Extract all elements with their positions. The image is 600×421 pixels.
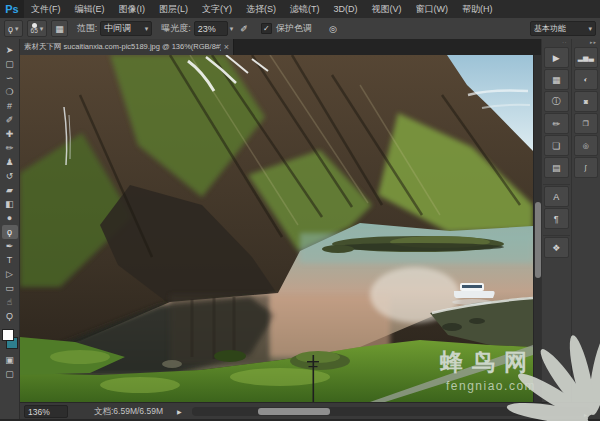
- zoom-tool[interactable]: Ϙ: [2, 309, 18, 323]
- panel-icon-list: ▶▦ⓘ✏❏▤A¶❖: [543, 46, 570, 259]
- menu-item[interactable]: 选择(S): [239, 0, 283, 18]
- menu-item[interactable]: 3D(D): [327, 0, 365, 18]
- character-panel-icon[interactable]: A: [544, 186, 569, 207]
- marquee-tool[interactable]: ▢: [2, 57, 18, 71]
- menu-item[interactable]: 图层(L): [152, 0, 195, 18]
- pressure-toggle-button[interactable]: ◎: [326, 21, 340, 36]
- foreground-color-swatch[interactable]: [2, 329, 14, 341]
- move-tool[interactable]: ➤: [2, 43, 18, 57]
- menu-item[interactable]: 文件(F): [24, 0, 68, 18]
- exposure-value: 23%: [198, 24, 216, 34]
- menu-bar: Ps 文件(F)编辑(E)图像(I)图层(L)文字(Y)选择(S)滤镜(T)3D…: [0, 0, 600, 19]
- dodge-tool[interactable]: ϙ: [2, 225, 18, 239]
- dodge-tool-icon: ϙ: [8, 24, 13, 34]
- histogram-panel-icon[interactable]: ▂▅▃: [574, 47, 599, 68]
- document-tab[interactable]: 素材天下网 sucaitianxia.com-pic5189.jpg @ 136…: [20, 39, 234, 55]
- menu-item[interactable]: 窗口(W): [409, 0, 456, 18]
- blur-tool[interactable]: ●: [2, 211, 18, 225]
- pen-tool[interactable]: ✒: [2, 239, 18, 253]
- brush-tool[interactable]: ✏: [2, 141, 18, 155]
- layers-panel-icon[interactable]: ❐: [574, 113, 599, 134]
- actions-panel-icon[interactable]: ▶: [544, 47, 569, 68]
- menu-item[interactable]: 文字(Y): [195, 0, 239, 18]
- brush-size-value: 65: [31, 28, 38, 34]
- zoom-level-field[interactable]: 136%: [24, 405, 68, 418]
- paragraph-panel-icon[interactable]: ¶: [544, 208, 569, 229]
- clone-source-panel-icon[interactable]: ❏: [544, 135, 569, 156]
- range-label: 范围:: [77, 22, 98, 35]
- zoom-level-value: 136%: [28, 407, 50, 417]
- shape-tool[interactable]: ▭: [2, 281, 18, 295]
- document-size-info: 文档:6.59M/6.59M: [94, 406, 163, 418]
- horizontal-scrollbar[interactable]: ▸: [192, 407, 590, 416]
- photoshop-window: Ps 文件(F)编辑(E)图像(I)图层(L)文字(Y)选择(S)滤镜(T)3D…: [0, 0, 600, 421]
- panel-icon-list: ▂▅▃◐◙❐◎∫: [573, 46, 600, 179]
- menu-item[interactable]: 视图(V): [365, 0, 409, 18]
- brush-panel-icon[interactable]: ✏: [544, 113, 569, 134]
- tool-preset-picker[interactable]: ϙ ▾: [4, 20, 23, 37]
- history-brush-tool[interactable]: ↺: [2, 169, 18, 183]
- screen-mode-button[interactable]: ▢: [2, 367, 18, 381]
- adjustments-panel-icon[interactable]: ◐: [574, 69, 599, 90]
- protect-tones-checkbox[interactable]: ✓: [261, 23, 272, 34]
- menu-item[interactable]: 滤镜(T): [283, 0, 327, 18]
- panel-dock-column-1: ·· ▶▦ⓘ✏❏▤A¶❖: [541, 39, 571, 402]
- quick-mask-button[interactable]: ▣: [2, 353, 18, 367]
- pressure-icon: ◎: [329, 24, 337, 34]
- protect-tones-label: 保护色调: [276, 22, 312, 35]
- dock-grip[interactable]: ··: [543, 39, 570, 46]
- airbrush-button[interactable]: ✐: [237, 21, 251, 36]
- clone-stamp-tool[interactable]: ♟: [2, 155, 18, 169]
- document-title: 素材天下网 sucaitianxia.com-pic5189.jpg @ 136…: [24, 42, 221, 52]
- exposure-dropdown-arrow[interactable]: ▾: [230, 25, 234, 33]
- crop-tool[interactable]: #: [2, 99, 18, 113]
- panel-dock-column-2: ▸▸ ▂▅▃◐◙❐◎∫: [571, 39, 600, 402]
- tools-panel: ➤▢∽❍#✐✚✏♟↺▰◧●ϙ✒T▷▭☝Ϙ ▣ ▢: [0, 39, 20, 421]
- exposure-field[interactable]: 23%: [194, 21, 228, 36]
- canvas-image[interactable]: [20, 55, 533, 402]
- brush-preset-picker[interactable]: 65 ▾: [27, 20, 48, 37]
- airbrush-icon: ✐: [240, 24, 248, 34]
- toggle-brush-panel-button[interactable]: ▦: [51, 20, 68, 37]
- range-dropdown[interactable]: 中间调 ▾: [100, 21, 152, 36]
- menu-item[interactable]: 编辑(E): [68, 0, 112, 18]
- quick-mask-icon: ▣: [5, 355, 14, 365]
- lasso-tool[interactable]: ∽: [2, 71, 18, 85]
- eraser-tool[interactable]: ▰: [2, 183, 18, 197]
- close-icon[interactable]: ×: [224, 42, 229, 52]
- channels-panel-icon[interactable]: ◎: [574, 135, 599, 156]
- chevron-down-icon: ▾: [588, 25, 592, 33]
- menu-item[interactable]: 帮助(H): [455, 0, 500, 18]
- options-bar: ϙ ▾ 65 ▾ ▦ 范围: 中间调 ▾ 曝光度: 23% ▾ ✐ ✓ 保护色调: [0, 18, 600, 40]
- workspace-label: 基本功能: [534, 23, 566, 34]
- dock-collapse-chevrons[interactable]: ▸▸: [573, 39, 600, 46]
- screen-mode-icon: ▢: [5, 369, 14, 379]
- gradient-tool[interactable]: ◧: [2, 197, 18, 211]
- tool-presets-panel-icon[interactable]: ▦: [544, 69, 569, 90]
- info-panel-icon[interactable]: ⓘ: [544, 91, 569, 112]
- scroll-right-arrow[interactable]: ▸: [584, 411, 587, 418]
- layer-comps-panel-icon[interactable]: ▤: [544, 157, 569, 178]
- hand-tool[interactable]: ☝: [2, 295, 18, 309]
- range-value: 中间调: [104, 22, 131, 35]
- styles-panel-icon[interactable]: ❖: [544, 237, 569, 258]
- workspace-switcher[interactable]: 基本功能 ▾: [530, 21, 596, 36]
- vertical-scrollbar[interactable]: [533, 55, 541, 402]
- path-selection-tool[interactable]: ▷: [2, 267, 18, 281]
- menu-items: 文件(F)编辑(E)图像(I)图层(L)文字(Y)选择(S)滤镜(T)3D(D)…: [24, 0, 500, 18]
- chevron-down-icon: ▾: [40, 25, 44, 33]
- horizontal-scrollbar-thumb[interactable]: [258, 408, 330, 415]
- brush-panel-icon: ▦: [55, 24, 64, 34]
- check-icon: ✓: [263, 25, 270, 33]
- quick-selection-tool[interactable]: ❍: [2, 85, 18, 99]
- healing-brush-tool[interactable]: ✚: [2, 127, 18, 141]
- eyedropper-tool[interactable]: ✐: [2, 113, 18, 127]
- type-tool[interactable]: T: [2, 253, 18, 267]
- status-flyout-arrow[interactable]: ▶: [177, 408, 182, 415]
- ps-logo: Ps: [0, 0, 24, 18]
- menu-item[interactable]: 图像(I): [112, 0, 153, 18]
- chevron-down-icon: ▾: [15, 25, 19, 33]
- masks-panel-icon[interactable]: ◙: [574, 91, 599, 112]
- tool-list: ➤▢∽❍#✐✚✏♟↺▰◧●ϙ✒T▷▭☝Ϙ: [2, 43, 18, 323]
- paths-panel-icon[interactable]: ∫: [574, 157, 599, 178]
